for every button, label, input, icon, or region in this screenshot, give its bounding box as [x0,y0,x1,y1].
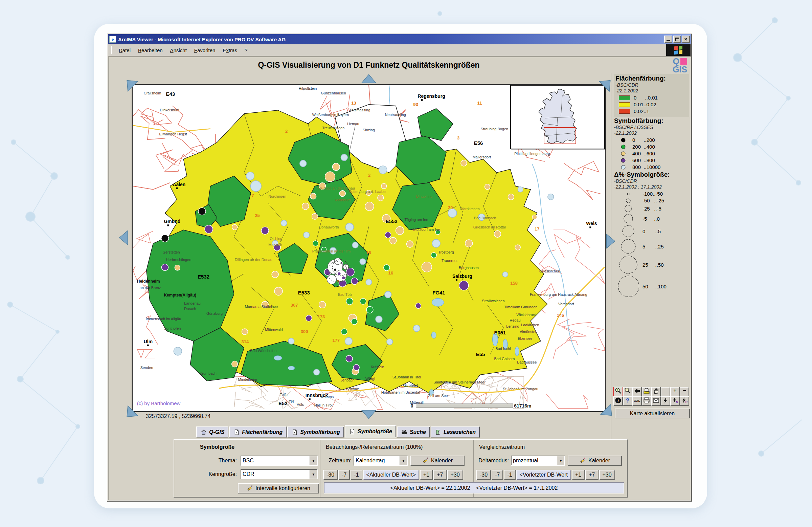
vergleich-+1-button[interactable]: +1 [572,470,585,480]
map-place-label: Telfs [280,393,288,397]
chevron-down-icon[interactable]: ▼ [557,456,564,465]
tab-lesezeichen[interactable]: Lesezeichen [431,426,480,438]
pan-west-arrow[interactable] [119,230,128,245]
tab-symbolfrbung[interactable]: Symbolfärbung [287,426,344,438]
minimize-button[interactable] [664,35,672,43]
deltamodus-dropdown[interactable]: prozentual ▼ [511,456,565,466]
map-symbol-circle [312,213,318,219]
update-map-button[interactable]: Karte aktualisieren [615,409,690,418]
map-road-number: 3 [457,136,460,141]
map-road-number: 314 [242,339,249,344]
map-symbol-circle [232,224,237,230]
kenngroesse-dropdown[interactable]: CDR ▼ [241,469,318,479]
legend-subtitle: -BSC/CDR [615,82,688,88]
chevron-down-icon[interactable]: ▼ [309,470,317,479]
plus-button[interactable]: + [670,387,680,396]
vergleich--1-button[interactable]: -1 [504,470,515,480]
zoom-extent-button[interactable] [642,387,651,396]
map-place-label: Bad Goisern [494,357,514,361]
legend-row: 400 ..600 [618,151,693,156]
map-place-label: Gerstetten [163,250,180,254]
lightning-icon [662,397,669,405]
betrachtung--1-button[interactable]: -1 [350,470,362,480]
menu-item-bearbeiten[interactable]: Bearbeiten [134,46,166,55]
xxl-button[interactable]: XXL [632,396,642,406]
vergleich--30-button[interactable]: -30 [476,470,491,480]
legend-row: 0 ..5 [618,225,693,238]
vergleich-+7-button[interactable]: +7 [585,470,598,480]
maximize-button[interactable] [673,35,681,43]
betrachtung-+1-button[interactable]: +1 [420,470,433,480]
zeitraum-dropdown[interactable]: Kalendertag ▼ [353,456,408,466]
legend-row-label: -100..-50 [642,191,663,197]
tab-suche[interactable]: Suche [397,426,430,438]
chevron-down-icon[interactable]: ▼ [309,456,317,465]
vergleich-+30-button[interactable]: +30 [599,470,615,480]
overview-map-inset[interactable] [510,85,605,149]
window-titlebar[interactable]: e ArcIMS Viewer - Microsoft Internet Exp… [108,34,691,44]
betrachtung--7-button[interactable]: -7 [338,470,350,480]
map-place-label: Donauwörth [319,225,339,229]
kalender-button-vergleich[interactable]: Kalender [568,456,622,466]
kalender-label: Kalender [589,458,610,464]
map-road-number: 177 [332,338,340,343]
menu-item-favoriten[interactable]: Favoriten [190,46,219,55]
tab-symbolgre[interactable]: Symbolgröße [345,425,396,438]
map-symbol-circle [385,232,391,238]
betrachtung-dbwert-button[interactable]: <Aktueller DB-Wert> [363,470,419,480]
betrachtung-+30-button[interactable]: +30 [447,470,463,480]
zoom-in-button[interactable]: + [613,387,623,396]
pan-hand-button[interactable] [651,387,661,396]
map-place-label: Salzburg [452,273,472,279]
map-symbol-circle [300,160,306,167]
print-button[interactable] [642,396,651,406]
menu-item-extras[interactable]: Extras [219,46,241,55]
map-symbol-circle [351,318,357,325]
close-button[interactable]: × [682,35,690,43]
map-symbol-circle [407,241,414,247]
minus-button[interactable]: − [680,387,689,396]
map-symbol-circle [360,259,366,265]
betrachtung-title: Betrachtungs-/Referenzzeitraum (100%) [326,444,423,450]
map-place-label: Timelkam Gmunden [504,305,537,309]
configure-intervals-button[interactable]: Intervalle konfigurieren [238,483,319,494]
map-place-label: Bad Aussee [517,360,537,364]
map-viewport[interactable]: CrailsheimDinkelsbühlGunzenhausenHilpolt… [132,84,606,412]
lightning-n-button[interactable]: N [670,396,680,406]
map-symbol-circle [242,329,248,335]
lightning-r-button[interactable]: R [680,396,689,406]
map-symbol-circle [390,237,396,244]
vergleich-dbwert-button[interactable]: <Vorletzter DB-Wert [516,470,571,480]
pan-south-arrow[interactable] [361,410,376,419]
thema-dropdown[interactable]: BSC ▼ [241,456,318,466]
menu-item-datei[interactable]: Datei [115,46,134,55]
info-button[interactable]: i [613,396,623,406]
zoom-out-icon: − [624,387,631,396]
legend-row: -5 ..0 [618,214,693,224]
tab-qgis[interactable]: Q-GIS [196,426,228,438]
zoom-out-button[interactable]: − [623,387,632,396]
mail-icon [652,397,660,405]
betrachtung--30-button[interactable]: -30 [323,470,338,480]
back-arrow-button[interactable] [632,387,642,396]
kalender-button-betrachtung[interactable]: Kalender [410,456,465,466]
pan-north-arrow[interactable] [361,74,376,83]
map-symbol-circle [485,184,490,189]
map-place-label: Gmünd [164,219,181,224]
mail-button[interactable] [651,396,661,406]
map-route-label: FG41 [432,290,445,296]
lightning-button[interactable] [661,396,670,406]
help-button[interactable]: ? [623,396,632,406]
legend-row: -50 ..-25 [618,198,693,203]
chevron-down-icon[interactable]: ▼ [400,456,407,465]
vergleich--7-button[interactable]: -7 [492,470,503,480]
menu-item-ansicht[interactable]: Ansicht [166,46,190,55]
legend-row: 0.01..0.02 [619,101,688,107]
legend-row: 0.02..1 [619,108,688,114]
map-symbol-circle [515,245,520,250]
menu-item-?[interactable]: ? [241,46,251,55]
tab-label: Flächenfärbung [242,429,282,435]
tab-flchenfrbung[interactable]: Flächenfärbung [229,426,287,438]
betrachtung-+7-button[interactable]: +7 [433,470,446,480]
map-place-label: Krumbach [200,371,217,375]
